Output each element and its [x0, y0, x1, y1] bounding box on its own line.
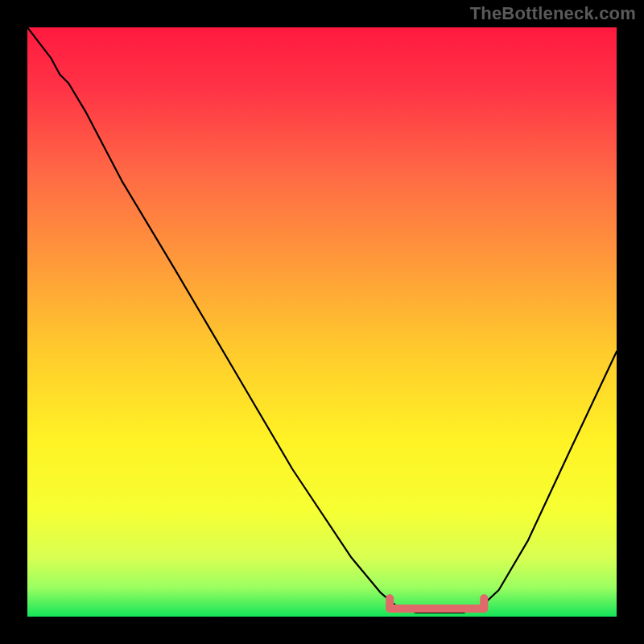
- watermark-text: TheBottleneck.com: [470, 3, 636, 24]
- plot-area: [27, 27, 617, 617]
- gradient-background: [27, 27, 617, 617]
- plot-svg: [27, 27, 617, 617]
- chart-frame: TheBottleneck.com: [0, 0, 644, 644]
